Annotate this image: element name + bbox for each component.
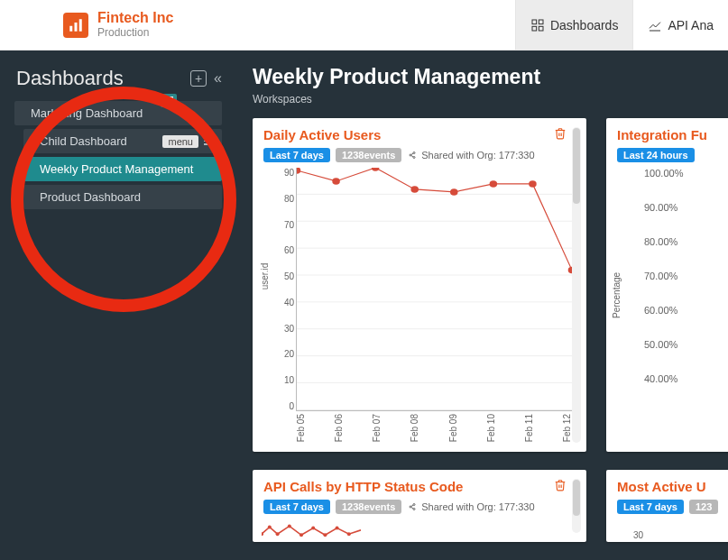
nav-api[interactable]: API Ana bbox=[632, 0, 728, 50]
dau-line-svg bbox=[297, 168, 572, 410]
svg-point-28 bbox=[288, 524, 291, 528]
card-integration-funnel: Integration Fu Last 24 hours Percentage … bbox=[606, 118, 728, 452]
trash-icon bbox=[554, 479, 567, 491]
nav-dashboards-label: Dashboards bbox=[550, 18, 619, 32]
card-api-calls: API Calls by HTTP Status Code Last 7 day… bbox=[253, 470, 586, 542]
svg-point-13 bbox=[332, 178, 340, 185]
svg-point-20 bbox=[410, 506, 411, 508]
svg-point-15 bbox=[410, 186, 419, 193]
tree-item-label: Weekly Product Management bbox=[40, 162, 193, 176]
chart-xticks: Feb 05Feb 06Feb 07Feb 08Feb 09Feb 10Feb … bbox=[296, 414, 572, 442]
drag-handle-icon[interactable] bbox=[161, 94, 177, 107]
svg-point-21 bbox=[413, 504, 415, 506]
svg-point-31 bbox=[323, 533, 327, 537]
dashboard-tree: Marketing Dashboard Child Dashboard menu… bbox=[0, 101, 235, 209]
svg-point-16 bbox=[450, 188, 458, 196]
delete-card-button[interactable] bbox=[554, 479, 567, 495]
card-most-active: Most Active U Last 7 days 123 30 bbox=[606, 470, 728, 542]
svg-rect-0 bbox=[69, 25, 72, 31]
svg-line-10 bbox=[411, 153, 413, 155]
page-title: Weekly Product Management bbox=[253, 65, 728, 89]
add-dashboard-button[interactable]: + bbox=[190, 70, 207, 87]
card-daily-active-users: Daily Active Users Last 7 days 1238event… bbox=[253, 118, 586, 452]
svg-rect-5 bbox=[532, 26, 537, 31]
tree-item-weekly[interactable]: Weekly Product Management bbox=[23, 157, 222, 181]
svg-rect-3 bbox=[532, 20, 537, 24]
svg-point-14 bbox=[372, 168, 380, 171]
tree-item-label: Child Dashboard bbox=[40, 134, 127, 148]
nav-dashboards[interactable]: Dashboards bbox=[515, 0, 633, 50]
chart-ylabel: user.id bbox=[260, 263, 270, 289]
grid-icon bbox=[530, 18, 545, 32]
svg-rect-2 bbox=[79, 19, 82, 32]
svg-point-33 bbox=[347, 532, 351, 536]
card-scrollbar[interactable] bbox=[572, 479, 581, 533]
svg-point-32 bbox=[336, 527, 339, 530]
svg-point-27 bbox=[276, 532, 280, 536]
api-mini-chart bbox=[262, 522, 361, 542]
svg-point-26 bbox=[268, 526, 272, 529]
chart-ylabel: Percentage bbox=[612, 272, 622, 318]
svg-point-8 bbox=[413, 152, 415, 154]
dau-chart: user.id 9080706050403020100 Feb 05Feb 06… bbox=[263, 168, 576, 438]
sidebar-title: Dashboards bbox=[16, 67, 124, 90]
page-subtitle: Workspaces bbox=[253, 93, 728, 106]
svg-line-11 bbox=[411, 156, 413, 158]
svg-line-24 bbox=[411, 508, 413, 510]
svg-point-17 bbox=[490, 180, 498, 188]
svg-point-12 bbox=[297, 168, 300, 174]
tree-item-product[interactable]: Product Dashboard bbox=[23, 185, 222, 209]
shared-label: Shared with Org: 177:330 bbox=[407, 150, 534, 161]
trash-icon bbox=[554, 127, 567, 140]
content: Weekly Product Management Workspaces Dai… bbox=[235, 50, 728, 560]
range-pill[interactable]: Last 7 days bbox=[263, 148, 330, 162]
svg-point-9 bbox=[413, 157, 415, 159]
menu-chip[interactable]: menu bbox=[162, 135, 198, 148]
card-title[interactable]: Integration Fu bbox=[617, 127, 722, 142]
svg-rect-4 bbox=[539, 20, 543, 24]
chart-yticks: 9080706050403020100 bbox=[272, 168, 294, 411]
tree-item-marketing[interactable]: Marketing Dashboard bbox=[14, 101, 222, 125]
range-pill[interactable]: Last 24 hours bbox=[617, 148, 695, 162]
svg-line-23 bbox=[411, 505, 413, 507]
funnel-yticks: 100.00%90.00%80.00%70.00%60.00%50.00%40.… bbox=[644, 168, 722, 384]
svg-rect-1 bbox=[75, 23, 78, 32]
svg-point-7 bbox=[410, 154, 411, 156]
range-pill[interactable]: Last 7 days bbox=[617, 500, 684, 514]
tree-item-label: Marketing Dashboard bbox=[31, 106, 143, 120]
share-icon bbox=[407, 150, 418, 161]
card-title[interactable]: API Calls by HTTP Status Code bbox=[263, 479, 576, 494]
svg-point-19 bbox=[568, 267, 572, 274]
events-pill[interactable]: 1238events bbox=[336, 148, 401, 162]
sidebar: Dashboards + « Marketing Dashboard Child… bbox=[0, 50, 235, 560]
share-icon bbox=[407, 501, 418, 512]
nav-api-label: API Ana bbox=[668, 18, 714, 32]
brand-env: Production bbox=[97, 27, 173, 40]
svg-rect-6 bbox=[539, 26, 543, 31]
tree-item-child[interactable]: Child Dashboard menu bbox=[23, 129, 222, 153]
brand-name: Fintech Inc bbox=[97, 10, 173, 26]
shared-label: Shared with Org: 177:330 bbox=[407, 501, 534, 512]
collapse-sidebar-button[interactable]: « bbox=[214, 70, 222, 87]
card-title[interactable]: Daily Active Users bbox=[263, 127, 576, 142]
delete-card-button[interactable] bbox=[554, 127, 567, 143]
svg-point-22 bbox=[413, 509, 415, 510]
range-pill[interactable]: Last 7 days bbox=[263, 500, 330, 514]
svg-point-18 bbox=[529, 180, 537, 188]
brand[interactable]: Fintech Inc Production bbox=[63, 10, 173, 39]
chart-icon bbox=[648, 18, 662, 32]
card-title[interactable]: Most Active U bbox=[617, 479, 722, 494]
brand-icon bbox=[63, 13, 88, 38]
events-pill[interactable]: 1238events bbox=[336, 500, 401, 514]
mini-ytick: 30 bbox=[633, 530, 643, 540]
svg-point-29 bbox=[299, 533, 303, 537]
drag-handle-icon[interactable] bbox=[204, 137, 215, 145]
events-pill[interactable]: 123 bbox=[689, 500, 718, 514]
tree-item-label: Product Dashboard bbox=[40, 190, 141, 204]
svg-point-30 bbox=[311, 527, 315, 530]
